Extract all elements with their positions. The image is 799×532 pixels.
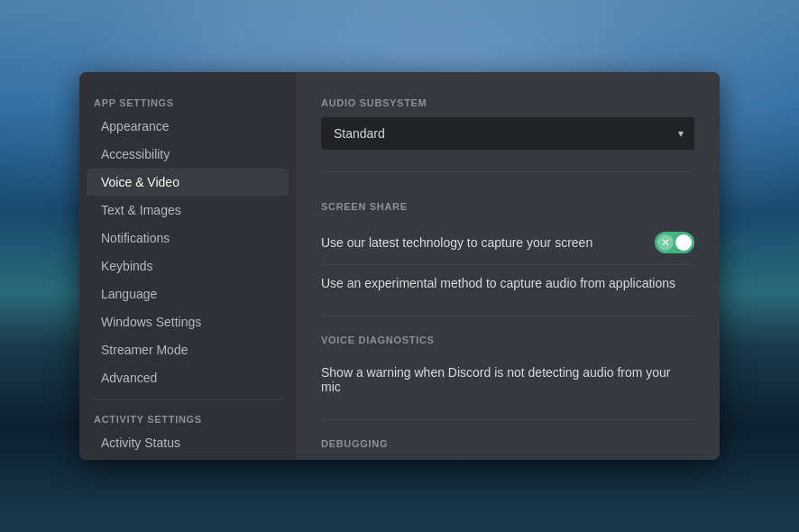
sidebar-item-streamer-mode[interactable]: Streamer Mode bbox=[87, 336, 289, 363]
audio-subsystem-select[interactable]: Standard Legacy Experimental bbox=[321, 117, 694, 150]
screen-share-toggle-row-1: Use our latest technology to capture you… bbox=[321, 221, 694, 264]
sidebar-item-windows-settings[interactable]: Windows Settings bbox=[87, 308, 289, 335]
sidebar-divider bbox=[94, 399, 281, 399]
screen-share-section: SCREEN SHARE Use our latest technology t… bbox=[321, 171, 694, 301]
app-settings-label: APP SETTINGS bbox=[79, 90, 296, 112]
screen-share-item1-label: Use our latest technology to capture you… bbox=[321, 235, 655, 250]
settings-modal: APP SETTINGS Appearance Accessibility Vo… bbox=[79, 72, 720, 460]
audio-subsystem-section: AUDIO SUBSYSTEM Standard Legacy Experime… bbox=[321, 97, 694, 150]
sidebar-item-notifications[interactable]: Notifications bbox=[87, 225, 289, 252]
sidebar-item-advanced[interactable]: Advanced bbox=[87, 364, 289, 391]
sidebar: APP SETTINGS Appearance Accessibility Vo… bbox=[79, 72, 296, 460]
voice-diagnostics-section: VOICE DIAGNOSTICS Show a warning when Di… bbox=[321, 316, 694, 405]
audio-subsystem-label: AUDIO SUBSYSTEM bbox=[321, 97, 694, 108]
sidebar-item-game-overlay[interactable]: Game Overlay bbox=[87, 457, 289, 460]
sidebar-item-keybinds[interactable]: Keybinds bbox=[87, 252, 289, 280]
voice-diagnostics-label: VOICE DIAGNOSTICS bbox=[321, 335, 694, 345]
screen-share-toggle-1[interactable]: ✕ bbox=[655, 232, 694, 253]
sidebar-item-voice-video[interactable]: Voice & Video bbox=[87, 169, 289, 196]
main-content: ✕ ESC AUDIO SUBSYSTEM Standard Legacy Ex… bbox=[296, 72, 720, 460]
sidebar-item-language[interactable]: Language bbox=[87, 280, 289, 307]
screen-share-toggle-row-2: Use an experimental method to capture au… bbox=[321, 264, 694, 301]
toggle-x-icon: ✕ bbox=[657, 234, 674, 251]
debugging-toggle-row: Diagnostic Audio Recording ✕ bbox=[321, 458, 694, 460]
screen-share-label: SCREEN SHARE bbox=[321, 201, 694, 212]
sidebar-item-accessibility[interactable]: Accessibility bbox=[87, 141, 289, 168]
screen-share-item2-label: Use an experimental method to capture au… bbox=[321, 276, 694, 290]
toggle-knob bbox=[675, 234, 692, 251]
debugging-label: DEBUGGING bbox=[321, 438, 694, 449]
voice-diagnostics-item1-label: Show a warning when Discord is not detec… bbox=[321, 365, 694, 394]
audio-subsystem-select-wrapper: Standard Legacy Experimental ▾ bbox=[321, 117, 694, 150]
sidebar-item-activity-status[interactable]: Activity Status bbox=[87, 429, 289, 456]
activity-settings-label: ACTIVITY SETTINGS bbox=[79, 407, 296, 428]
debugging-section: DEBUGGING Diagnostic Audio Recording ✕ D… bbox=[321, 419, 694, 460]
sidebar-item-appearance[interactable]: Appearance bbox=[87, 113, 289, 140]
sidebar-item-text-images[interactable]: Text & Images bbox=[87, 197, 289, 224]
voice-diagnostics-row-1: Show a warning when Discord is not detec… bbox=[321, 354, 694, 405]
